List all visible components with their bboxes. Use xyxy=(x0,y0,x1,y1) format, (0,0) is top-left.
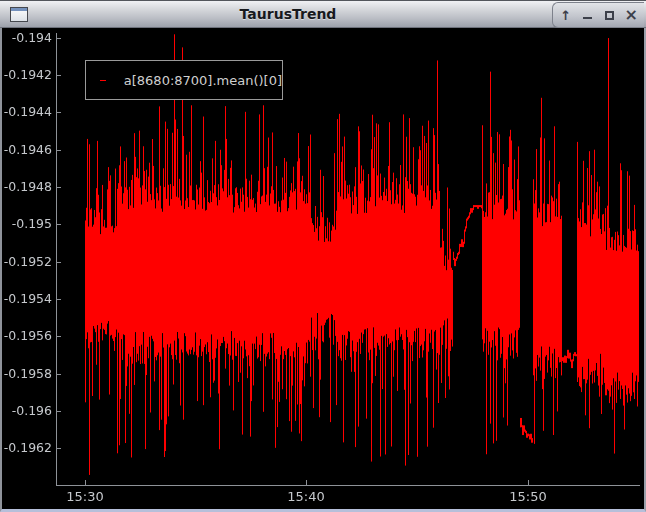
y-tick xyxy=(57,411,61,412)
y-tick xyxy=(57,374,61,375)
y-tick xyxy=(57,112,61,113)
x-tick xyxy=(306,480,307,485)
maximize-button[interactable] xyxy=(600,5,618,25)
window-title: TaurusTrend xyxy=(0,6,646,22)
legend-label: a[8680:8700].mean()[0] xyxy=(124,73,282,88)
y-tick-label: -0.1946 xyxy=(2,142,52,158)
close-button[interactable]: × xyxy=(622,5,640,25)
y-tick xyxy=(57,336,61,337)
y-tick xyxy=(57,262,61,263)
x-tick xyxy=(528,480,529,485)
legend-box[interactable]: a[8680:8700].mean()[0] xyxy=(85,60,283,100)
taurustrend-window: TaurusTrend ↑ × -0.194-0.1942-0.1944-0.1… xyxy=(0,0,646,512)
y-axis-line xyxy=(56,33,57,486)
y-tick xyxy=(57,299,61,300)
plot-canvas[interactable] xyxy=(57,33,639,485)
close-icon: × xyxy=(624,7,637,23)
y-tick xyxy=(57,38,61,39)
x-tick-label: 15:40 xyxy=(276,489,336,505)
shade-arrow-icon: ↑ xyxy=(560,8,571,23)
minimize-icon xyxy=(583,11,592,19)
y-tick xyxy=(57,224,61,225)
minimize-button[interactable] xyxy=(579,5,597,25)
y-tick-label: -0.1958 xyxy=(2,366,52,382)
x-axis-line xyxy=(56,485,640,486)
y-tick xyxy=(57,150,61,151)
trend-plot[interactable]: -0.194-0.1942-0.1944-0.1946-0.1948-0.195… xyxy=(2,28,644,509)
x-tick-label: 15:50 xyxy=(498,489,558,505)
y-tick-label: -0.1956 xyxy=(2,328,52,344)
y-tick-label: -0.1944 xyxy=(2,104,52,120)
y-tick xyxy=(57,75,61,76)
y-tick-label: -0.1962 xyxy=(2,440,52,456)
y-tick-label: -0.196 xyxy=(2,403,52,419)
y-tick-label: -0.1942 xyxy=(2,67,52,83)
y-tick xyxy=(57,448,61,449)
window-titlebar[interactable]: TaurusTrend ↑ × xyxy=(0,0,646,28)
app-window-icon[interactable] xyxy=(10,7,28,22)
plot-region: -0.194-0.1942-0.1944-0.1946-0.1948-0.195… xyxy=(0,28,646,512)
window-controls: ↑ × xyxy=(552,2,644,28)
y-tick-label: -0.1948 xyxy=(2,179,52,195)
y-tick-label: -0.194 xyxy=(2,30,52,46)
x-tick xyxy=(85,480,86,485)
maximize-icon xyxy=(605,11,614,20)
x-tick-label: 15:30 xyxy=(55,489,115,505)
shade-button[interactable]: ↑ xyxy=(557,5,575,25)
y-tick xyxy=(57,187,61,188)
y-tick-label: -0.195 xyxy=(2,216,52,232)
legend-series-line-icon xyxy=(100,80,106,81)
y-tick-label: -0.1954 xyxy=(2,291,52,307)
y-tick-label: -0.1952 xyxy=(2,254,52,270)
